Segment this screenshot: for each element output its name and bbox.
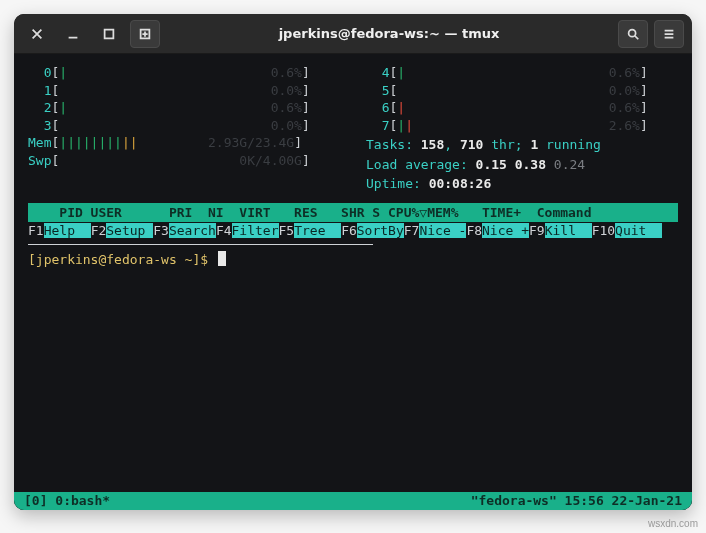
fn-nice-down[interactable]: Nice - bbox=[419, 223, 466, 238]
tmux-clock-label: "fedora-ws" 15:56 22-Jan-21 bbox=[471, 492, 682, 510]
cpu-meters-right: 4[| 0.6%] 5[ 0.0%] 6[| 0.6%] 7[|| 2.6%] … bbox=[366, 64, 678, 193]
fn-tree[interactable]: Tree bbox=[294, 223, 341, 238]
tasks-line: Tasks: 158, 710 thr; 1 running bbox=[366, 136, 678, 154]
window-title: jperkins@fedora-ws:~ — tmux bbox=[168, 26, 610, 41]
fn-nice-up[interactable]: Nice + bbox=[482, 223, 529, 238]
process-header[interactable]: PID USER PRI NI VIRT RES SHR S CPU%▽MEM%… bbox=[28, 203, 678, 223]
fn-quit[interactable]: Quit bbox=[615, 223, 662, 238]
cursor-icon bbox=[218, 251, 226, 266]
cpu-meter-0: 0[| 0.6%] bbox=[28, 64, 340, 82]
fn-key-bar: F1Help F2Setup F3SearchF4FilterF5Tree F6… bbox=[28, 222, 678, 240]
search-icon[interactable] bbox=[618, 20, 648, 48]
cpu-meter-1: 1[ 0.0%] bbox=[28, 82, 340, 100]
hamburger-menu-icon[interactable] bbox=[654, 20, 684, 48]
tmux-session-label: [0] 0:bash* bbox=[24, 492, 110, 510]
minimize-icon[interactable] bbox=[58, 20, 88, 48]
pane-divider bbox=[28, 244, 373, 245]
titlebar: jperkins@fedora-ws:~ — tmux bbox=[14, 14, 692, 54]
terminal-window: jperkins@fedora-ws:~ — tmux 0[| 0.6%] 1[ bbox=[14, 14, 692, 510]
svg-point-2 bbox=[629, 29, 636, 36]
fn-help[interactable]: Help bbox=[44, 223, 91, 238]
tmux-status-bar: [0] 0:bash* "fedora-ws" 15:56 22-Jan-21 bbox=[14, 492, 692, 510]
fn-setup[interactable]: Setup bbox=[106, 223, 153, 238]
cpu-meter-7: 7[|| 2.6%] bbox=[366, 117, 678, 135]
cpu-meter-3: 3[ 0.0%] bbox=[28, 117, 340, 135]
swp-meter: Swp[ 0K/4.00G] bbox=[28, 152, 340, 170]
watermark: wsxdn.com bbox=[648, 518, 698, 529]
cpu-meter-5: 5[ 0.0%] bbox=[366, 82, 678, 100]
fn-kill[interactable]: Kill bbox=[545, 223, 592, 238]
terminal-area[interactable]: 0[| 0.6%] 1[ 0.0%] 2[| 0.6%] 3[ 0.0%] Me… bbox=[14, 54, 692, 510]
new-tab-icon[interactable] bbox=[130, 20, 160, 48]
svg-rect-0 bbox=[105, 29, 114, 38]
cpu-meter-2: 2[| 0.6%] bbox=[28, 99, 340, 117]
cpu-meter-4: 4[| 0.6%] bbox=[366, 64, 678, 82]
cpu-meter-6: 6[| 0.6%] bbox=[366, 99, 678, 117]
htop-pane: 0[| 0.6%] 1[ 0.0%] 2[| 0.6%] 3[ 0.0%] Me… bbox=[28, 64, 678, 240]
cpu-meters-left: 0[| 0.6%] 1[ 0.0%] 2[| 0.6%] 3[ 0.0%] Me… bbox=[28, 64, 340, 169]
fn-sortby[interactable]: SortBy bbox=[357, 223, 404, 238]
fn-filter[interactable]: Filter bbox=[232, 223, 279, 238]
maximize-icon[interactable] bbox=[94, 20, 124, 48]
uptime-line: Uptime: 00:08:26 bbox=[366, 175, 678, 193]
close-icon[interactable] bbox=[22, 20, 52, 48]
fn-search[interactable]: Search bbox=[169, 223, 216, 238]
load-line: Load average: 0.15 0.38 0.24 bbox=[366, 156, 678, 174]
shell-prompt[interactable]: [jperkins@fedora-ws ~]$ bbox=[28, 251, 678, 269]
mem-meter: Mem[|||||||||| 2.93G/23.4G] bbox=[28, 134, 340, 152]
